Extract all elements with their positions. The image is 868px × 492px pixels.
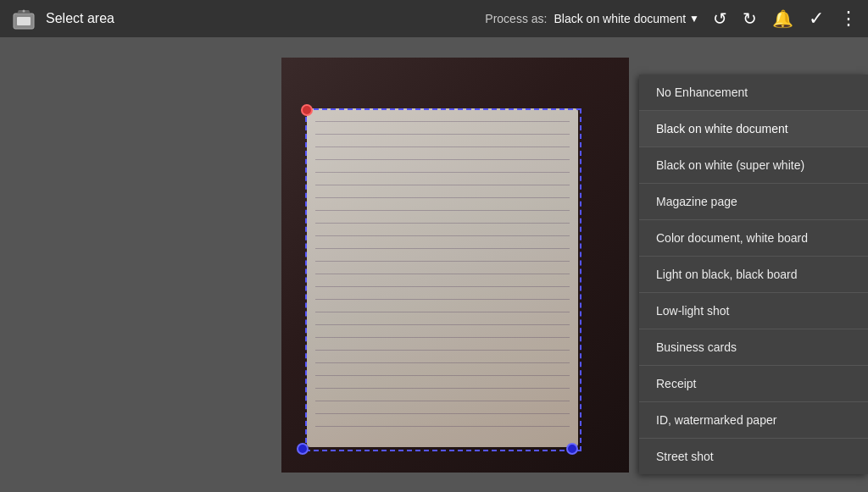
scan-area [281, 58, 629, 473]
handle-bottom-right[interactable] [566, 443, 578, 455]
redo-icon[interactable]: ↻ [743, 8, 757, 29]
bell-icon[interactable]: 🔔 [772, 8, 793, 29]
process-dropdown-menu: No EnhancementBlack on white documentBla… [639, 75, 868, 474]
dropdown-item-magazine[interactable]: Magazine page [639, 184, 868, 220]
toolbar-icons: ↺ ↻ 🔔 ✓ ⋮ [713, 8, 858, 30]
main-content: No EnhancementBlack on white documentBla… [0, 37, 868, 492]
process-as-value: Black on white document [554, 12, 686, 25]
dropdown-item-black-on-white-super[interactable]: Black on white (super white) [639, 147, 868, 184]
dropdown-item-id-watermark[interactable]: ID, watermarked paper [639, 402, 868, 439]
dropdown-arrow-icon[interactable]: ▼ [689, 13, 699, 25]
handle-bottom-left[interactable] [297, 443, 309, 455]
dropdown-item-low-light[interactable]: Low-light shot [639, 293, 868, 329]
undo-icon[interactable]: ↺ [713, 8, 727, 29]
page-title: Select area [46, 11, 485, 26]
more-icon[interactable]: ⋮ [839, 8, 858, 30]
top-bar: Select area Process as: Black on white d… [0, 0, 868, 37]
dropdown-item-no-enhancement[interactable]: No Enhancement [639, 75, 868, 111]
svg-rect-1 [17, 17, 31, 25]
dropdown-item-light-on-black[interactable]: Light on black, black board [639, 257, 868, 293]
process-as-label: Process as: [485, 12, 547, 25]
handle-top-left[interactable] [301, 104, 313, 116]
dropdown-item-business-cards[interactable]: Business cards [639, 329, 868, 366]
dropdown-item-black-on-white[interactable]: Black on white document [639, 111, 868, 147]
check-icon[interactable]: ✓ [809, 8, 824, 30]
dropdown-item-receipt[interactable]: Receipt [639, 366, 868, 402]
dropdown-item-color-whiteboard[interactable]: Color document, white board [639, 220, 868, 257]
app-icon [10, 5, 37, 32]
dropdown-item-street-shot[interactable]: Street shot [639, 439, 868, 474]
svg-point-2 [23, 10, 25, 13]
selection-box[interactable] [305, 108, 581, 451]
